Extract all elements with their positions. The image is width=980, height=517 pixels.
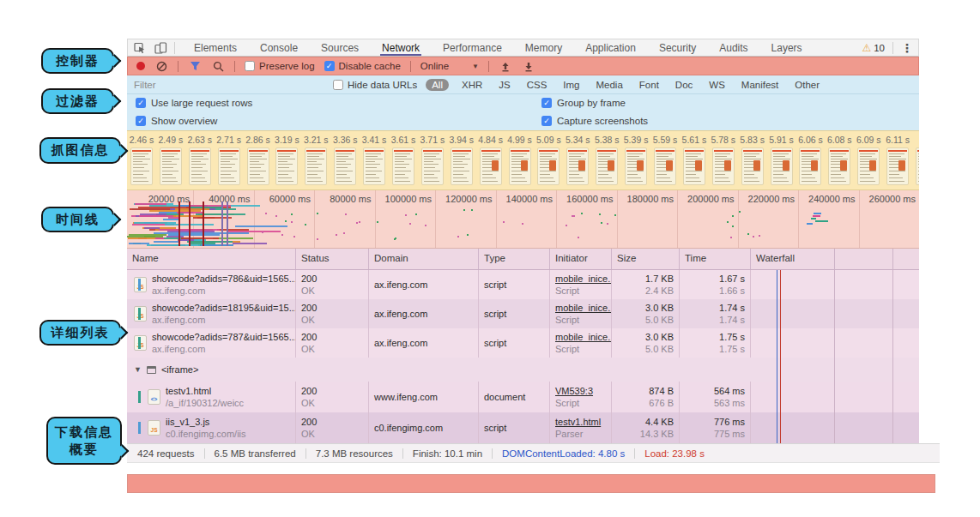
filter-type-js[interactable]: JS xyxy=(495,79,513,91)
record-button[interactable] xyxy=(136,62,145,70)
initiator-link[interactable]: mobile_inice... xyxy=(555,273,606,285)
filmstrip-frame[interactable]: 5.78 s xyxy=(709,135,738,189)
filter-type-ws[interactable]: WS xyxy=(705,79,729,91)
column-header-initiator[interactable]: Initiator xyxy=(550,249,612,269)
filmstrip-frame[interactable]: 2.49 s xyxy=(156,135,185,189)
thumb-line xyxy=(395,161,404,162)
tab-performance[interactable]: Performance xyxy=(443,39,502,56)
initiator-link[interactable]: VM539:3 xyxy=(555,385,606,397)
filter-type-img[interactable]: Img xyxy=(560,79,583,91)
group-by-frame-checkbox[interactable] xyxy=(541,98,552,108)
request-row[interactable]: <>testv1.html/a_if/190312/weicc200OKwww.… xyxy=(127,382,919,412)
filmstrip-frame[interactable]: 6.08 s xyxy=(825,135,854,189)
column-header-name[interactable]: Name xyxy=(127,249,296,269)
show-overview-toggle[interactable]: Show overview xyxy=(136,116,217,126)
group-by-frame-toggle[interactable]: Group by frame xyxy=(541,98,626,108)
filmstrip-frame[interactable]: 5.34 s xyxy=(563,135,592,189)
tab-memory[interactable]: Memory xyxy=(525,39,562,56)
filmstrip-frame[interactable]: 5.09 s xyxy=(534,135,563,189)
filmstrip-frame[interactable]: 5.59 s xyxy=(650,135,680,189)
clear-icon[interactable] xyxy=(154,59,168,73)
hide-data-urls-checkbox[interactable] xyxy=(333,80,343,90)
filter-type-doc[interactable]: Doc xyxy=(672,79,696,91)
filmstrip-frame[interactable]: 2.71 s xyxy=(215,135,244,189)
use-large-request-rows-checkbox[interactable] xyxy=(136,98,146,108)
column-header-size[interactable]: Size xyxy=(612,249,680,269)
filter-type-font[interactable]: Font xyxy=(636,79,662,91)
export-har-icon[interactable] xyxy=(522,59,535,73)
disable-cache-checkbox[interactable] xyxy=(324,61,335,71)
hide-data-urls-toggle[interactable]: Hide data URLs xyxy=(333,80,417,90)
throttling-dropdown[interactable]: Online▼ xyxy=(420,61,479,71)
filmstrip-frame[interactable]: 5.91 s xyxy=(767,135,796,189)
tab-security[interactable]: Security xyxy=(659,39,696,56)
column-header-domain[interactable]: Domain xyxy=(369,249,479,269)
initiator-link[interactable]: mobile_inice... xyxy=(555,331,606,343)
overview-tick-label: 220000 ms xyxy=(748,194,795,204)
filmstrip-frame[interactable]: 5.38 s xyxy=(592,135,621,189)
filmstrip-frame[interactable]: 6.1 xyxy=(912,135,919,189)
filter-type-xhr[interactable]: XHR xyxy=(458,79,486,91)
tab-sources[interactable]: Sources xyxy=(321,39,359,56)
filter-type-other[interactable]: Other xyxy=(791,79,823,91)
thumb-line xyxy=(395,174,405,175)
request-row[interactable]: JSiis_v1_3.jsc0.ifengimg.com/iis200OKc0.… xyxy=(127,412,919,443)
disclosure-triangle-icon[interactable]: ▼ xyxy=(134,365,142,374)
filmstrip-frame[interactable]: 4.84 s xyxy=(476,135,505,189)
tab-layers[interactable]: Layers xyxy=(771,39,802,56)
import-har-icon[interactable] xyxy=(499,59,512,73)
filmstrip-frame[interactable]: 3.94 s xyxy=(447,135,476,189)
filmstrip-frame[interactable]: 6.11 s xyxy=(883,135,912,189)
warning-count-badge[interactable]: ⚠10 xyxy=(862,42,885,54)
filmstrip-frame[interactable]: 3.71 s xyxy=(418,135,447,189)
request-row[interactable]: JSshowcode?adids=786&uid=1565...ax.ifeng… xyxy=(127,270,919,299)
resource-size: 5.0 KB xyxy=(617,343,674,355)
filmstrip-frame[interactable]: 4.99 s xyxy=(505,135,535,189)
filmstrip-frame[interactable]: 3.41 s xyxy=(360,135,389,189)
filmstrip-frame[interactable]: 6.09 s xyxy=(854,135,883,189)
filmstrip-frame[interactable]: 6.06 s xyxy=(795,135,825,189)
use-large-request-rows-toggle[interactable]: Use large request rows xyxy=(136,98,252,108)
column-header-waterfall[interactable]: Waterfall xyxy=(751,249,919,269)
filmstrip-frame[interactable]: 5.61 s xyxy=(680,135,709,189)
tab-network[interactable]: Network xyxy=(382,39,420,56)
filter-type-css[interactable]: CSS xyxy=(523,79,551,91)
filter-input[interactable]: Filter xyxy=(134,78,251,91)
request-row[interactable]: JSshowcode?adids=18195&uid=15...ax.ifeng… xyxy=(127,299,919,328)
filmstrip-frame[interactable]: 2.63 s xyxy=(185,135,215,189)
tab-elements[interactable]: Elements xyxy=(194,39,237,56)
filter-funnel-icon[interactable] xyxy=(188,59,202,73)
filmstrip-frame[interactable]: 3.36 s xyxy=(330,135,360,189)
kebab-menu-icon[interactable]: ⋮ xyxy=(901,41,913,55)
filter-type-media[interactable]: Media xyxy=(593,79,626,91)
request-row[interactable]: JSshowcode?adids=787&uid=1565...ax.ifeng… xyxy=(127,328,919,358)
filmstrip-frame[interactable]: 3.19 s xyxy=(272,135,301,189)
filter-type-manifest[interactable]: Manifest xyxy=(738,79,782,91)
search-icon[interactable] xyxy=(211,59,225,73)
show-overview-checkbox[interactable] xyxy=(136,116,146,126)
filmstrip-frame[interactable]: 3.21 s xyxy=(301,135,330,189)
frame-group-row[interactable]: ▼<iframe> xyxy=(127,358,919,382)
capture-screenshots-checkbox[interactable] xyxy=(541,116,552,126)
filmstrip-frame[interactable]: 5.39 s xyxy=(621,135,650,189)
capture-screenshots-toggle[interactable]: Capture screenshots xyxy=(541,116,648,126)
tab-audits[interactable]: Audits xyxy=(719,39,747,56)
filmstrip-frame[interactable]: 2.46 s xyxy=(127,135,156,189)
column-header-status[interactable]: Status xyxy=(296,249,369,269)
column-header-time[interactable]: Time xyxy=(680,249,751,269)
network-overview-timeline[interactable]: 20000 ms40000 ms60000 ms80000 ms100000 m… xyxy=(127,190,919,249)
filter-type-all[interactable]: All xyxy=(426,79,449,91)
filmstrip-frame[interactable]: 3.61 s xyxy=(389,135,418,189)
preserve-log-toggle[interactable]: Preserve log xyxy=(245,61,315,71)
disable-cache-toggle[interactable]: Disable cache xyxy=(324,61,401,71)
tab-console[interactable]: Console xyxy=(260,39,298,56)
initiator-link[interactable]: mobile_inice... xyxy=(555,302,606,314)
column-header-type[interactable]: Type xyxy=(479,249,550,269)
filmstrip-frame[interactable]: 5.83 s xyxy=(738,135,767,189)
preserve-log-checkbox[interactable] xyxy=(245,61,255,71)
filmstrip-frame[interactable]: 2.86 s xyxy=(244,135,273,189)
device-toolbar-icon[interactable] xyxy=(154,41,167,55)
tab-application[interactable]: Application xyxy=(585,39,636,56)
inspect-element-icon[interactable] xyxy=(133,41,147,55)
initiator-link[interactable]: testv1.html xyxy=(555,416,606,428)
